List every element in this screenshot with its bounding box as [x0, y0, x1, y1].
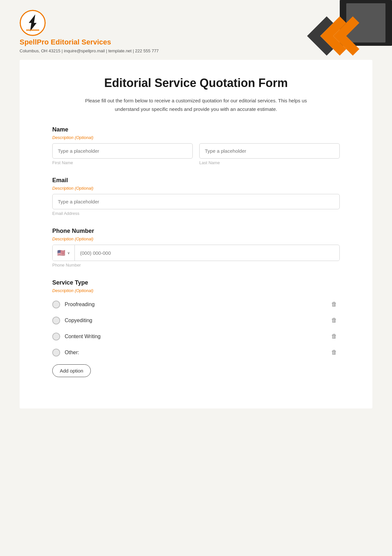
radio-left-other: Other:: [52, 349, 79, 356]
email-label: Email: [52, 177, 340, 184]
phone-description: Description (Optional): [52, 236, 340, 241]
phone-row: 🇺🇸 ∨: [52, 245, 340, 261]
radio-left-proofreading: Proofreading: [52, 301, 95, 308]
name-label: Name: [52, 126, 340, 133]
email-section: Email Description (Optional) Email Addre…: [52, 177, 340, 216]
name-description: Description (Optional): [52, 135, 340, 140]
first-name-subtext: First Name: [52, 160, 193, 165]
delete-proofreading-icon[interactable]: 🗑: [329, 300, 340, 309]
company-name: SpellPro Editorial Services: [20, 38, 159, 46]
phone-section: Phone Number Description (Optional) 🇺🇸 ∨…: [52, 228, 340, 268]
name-section: Name Description (Optional) First Name L…: [52, 126, 340, 165]
delete-other-icon[interactable]: 🗑: [329, 348, 340, 357]
email-address-subtext: Email Address: [52, 211, 340, 216]
radio-option-content-writing: Content Writing 🗑: [52, 328, 340, 344]
service-type-label: Service Type: [52, 279, 340, 286]
add-option-label: Add option: [60, 368, 83, 374]
first-name-input[interactable]: [52, 143, 193, 159]
first-name-col: First Name: [52, 143, 193, 165]
radio-circle-content-writing[interactable]: [52, 333, 60, 340]
add-option-button[interactable]: Add option: [52, 364, 91, 377]
radio-left-copyediting: Copyediting: [52, 317, 92, 324]
delete-copyediting-icon[interactable]: 🗑: [329, 316, 340, 325]
phone-number-subtext: Phone Number: [52, 263, 340, 268]
radio-label-other: Other:: [65, 350, 79, 356]
phone-label: Phone Number: [52, 228, 340, 235]
radio-left-content-writing: Content Writing: [52, 333, 101, 340]
company-info: Columbus, OH 43215 | inquire@spellpro.ma…: [20, 48, 159, 53]
radio-circle-proofreading[interactable]: [52, 301, 60, 308]
company-logo: [20, 10, 46, 36]
phone-number-input[interactable]: [75, 246, 339, 260]
form-container: Editorial Service Quotation Form Please …: [20, 60, 372, 408]
email-description: Description (Optional): [52, 186, 340, 191]
delete-content-writing-icon[interactable]: 🗑: [329, 332, 340, 341]
service-type-description: Description (Optional): [52, 288, 340, 293]
header: SpellPro Editorial Services Columbus, OH…: [0, 0, 392, 60]
last-name-input[interactable]: [199, 143, 340, 159]
logo-area: SpellPro Editorial Services Columbus, OH…: [20, 10, 159, 53]
radio-option-proofreading: Proofreading 🗑: [52, 296, 340, 312]
last-name-subtext: Last Name: [199, 160, 340, 165]
radio-option-copyediting: Copyediting 🗑: [52, 312, 340, 328]
radio-label-copyediting: Copyediting: [65, 318, 92, 323]
name-row: First Name Last Name: [52, 143, 340, 165]
radio-label-proofreading: Proofreading: [65, 302, 95, 307]
form-title: Editorial Service Quotation Form: [52, 76, 340, 90]
country-selector[interactable]: 🇺🇸 ∨: [53, 245, 75, 261]
last-name-col: Last Name: [199, 143, 340, 165]
form-description: Please fill out the form below to receiv…: [85, 96, 307, 113]
email-input[interactable]: [52, 194, 340, 209]
radio-circle-copyediting[interactable]: [52, 317, 60, 324]
chevron-down-icon: ∨: [67, 251, 70, 255]
header-decoration: [281, 0, 392, 72]
radio-label-content-writing: Content Writing: [65, 334, 101, 339]
flag-icon: 🇺🇸: [57, 249, 65, 257]
radio-option-other: Other: 🗑: [52, 344, 340, 360]
radio-circle-other[interactable]: [52, 349, 60, 356]
service-type-section: Service Type Description (Optional) Proo…: [52, 279, 340, 377]
